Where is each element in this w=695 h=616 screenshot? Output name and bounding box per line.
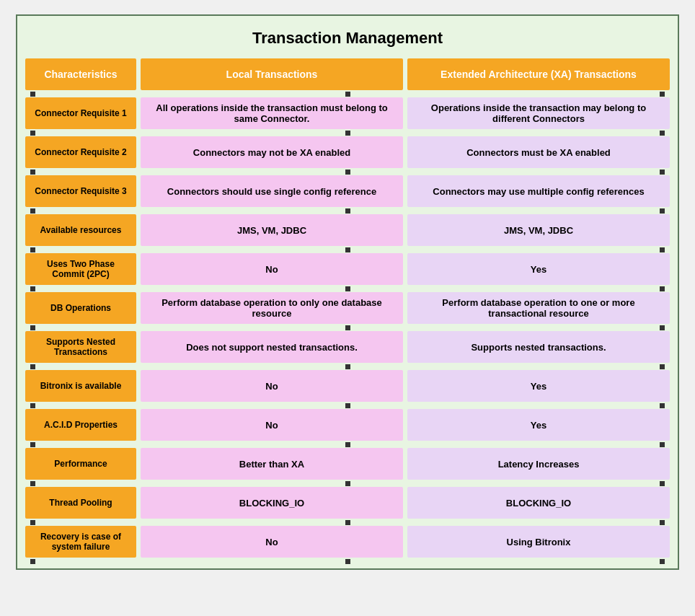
local-3: JMS, VM, JDBC bbox=[141, 214, 403, 246]
char-11: Recovery is case of system failure bbox=[25, 526, 136, 558]
divider-2 bbox=[23, 170, 672, 173]
header-local: Local Transactions bbox=[141, 58, 403, 90]
dot bbox=[660, 325, 665, 330]
dot bbox=[345, 559, 350, 564]
dot bbox=[345, 442, 350, 447]
divider-10 bbox=[23, 482, 672, 485]
char-1: Connector Requisite 2 bbox=[25, 136, 136, 168]
header-xa: Extended Architecture (XA) Transactions bbox=[407, 58, 670, 90]
local-8: No bbox=[141, 409, 403, 441]
dot bbox=[660, 208, 665, 214]
char-4: Uses Two Phase Commit (2PC) bbox=[25, 253, 136, 285]
dot bbox=[660, 403, 665, 408]
xa-4: Yes bbox=[407, 253, 670, 285]
divider-0 bbox=[23, 92, 672, 95]
divider-11 bbox=[23, 521, 672, 524]
dot bbox=[660, 286, 665, 291]
dot bbox=[345, 286, 350, 291]
local-2: Connectors should use single config refe… bbox=[141, 175, 403, 207]
dot bbox=[660, 364, 665, 369]
dot bbox=[30, 442, 35, 447]
xa-10: BLOCKING_IO bbox=[407, 487, 670, 519]
local-10: BLOCKING_IO bbox=[141, 487, 403, 519]
char-3: Available resources bbox=[25, 214, 136, 246]
dot bbox=[660, 442, 665, 447]
local-6: Does not support nested transactions. bbox=[141, 331, 403, 363]
dot bbox=[30, 364, 35, 369]
dot bbox=[30, 170, 35, 175]
local-1: Connectors may not be XA enabled bbox=[141, 136, 403, 168]
dot bbox=[30, 481, 35, 486]
divider-5 bbox=[23, 287, 672, 290]
dot bbox=[345, 92, 350, 97]
dot bbox=[345, 520, 350, 525]
dot bbox=[30, 92, 35, 97]
dot bbox=[660, 131, 665, 136]
divider-1 bbox=[23, 131, 672, 134]
divider-6 bbox=[23, 326, 672, 329]
dot bbox=[30, 520, 35, 525]
dot bbox=[345, 481, 350, 486]
local-0: All operations inside the transaction mu… bbox=[141, 97, 403, 129]
dot bbox=[30, 247, 35, 252]
xa-6: Supports nested transactions. bbox=[407, 331, 670, 363]
dot bbox=[30, 286, 35, 291]
dot bbox=[30, 131, 35, 136]
xa-9: Latency Increases bbox=[407, 448, 670, 480]
xa-5: Perform database operation to one or mor… bbox=[407, 292, 670, 324]
divider-12 bbox=[23, 560, 672, 563]
dot bbox=[345, 325, 350, 330]
local-5: Perform database operation to only one d… bbox=[141, 292, 403, 324]
xa-0: Operations inside the transaction may be… bbox=[407, 97, 670, 129]
char-5: DB Operations bbox=[25, 292, 136, 324]
divider-3 bbox=[23, 209, 672, 212]
divider-8 bbox=[23, 404, 672, 407]
transaction-management-table: Transaction Management Characteristics L… bbox=[16, 14, 679, 570]
table-title: Transaction Management bbox=[23, 22, 672, 56]
xa-8: Yes bbox=[407, 409, 670, 441]
dot bbox=[30, 403, 35, 408]
dot bbox=[345, 131, 350, 136]
divider-9 bbox=[23, 443, 672, 446]
dot bbox=[345, 170, 350, 175]
local-11: No bbox=[141, 526, 403, 558]
dot bbox=[345, 208, 350, 214]
dot bbox=[345, 403, 350, 408]
dot bbox=[345, 247, 350, 252]
xa-1: Connectors must be XA enabled bbox=[407, 136, 670, 168]
char-6: Supports Nested Transactions bbox=[25, 331, 136, 363]
char-9: Performance bbox=[25, 448, 136, 480]
table-grid: Characteristics Local Transactions Exten… bbox=[23, 56, 672, 563]
char-10: Thread Pooling bbox=[25, 487, 136, 519]
xa-2: Connectors may use multiple config refer… bbox=[407, 175, 670, 207]
char-2: Connector Requisite 3 bbox=[25, 175, 136, 207]
dot bbox=[30, 325, 35, 330]
dot bbox=[30, 208, 35, 214]
char-8: A.C.I.D Properties bbox=[25, 409, 136, 441]
char-7: Bitronix is available bbox=[25, 370, 136, 402]
divider-4 bbox=[23, 248, 672, 251]
dot bbox=[660, 247, 665, 252]
dot bbox=[660, 92, 665, 97]
dot bbox=[345, 364, 350, 369]
divider-7 bbox=[23, 365, 672, 368]
local-9: Better than XA bbox=[141, 448, 403, 480]
dot bbox=[660, 520, 665, 525]
local-4: No bbox=[141, 253, 403, 285]
xa-3: JMS, VM, JDBC bbox=[407, 214, 670, 246]
xa-7: Yes bbox=[407, 370, 670, 402]
dot bbox=[30, 559, 35, 564]
dot bbox=[660, 170, 665, 175]
dot bbox=[660, 559, 665, 564]
xa-11: Using Bitronix bbox=[407, 526, 670, 558]
dot bbox=[660, 481, 665, 486]
local-7: No bbox=[141, 370, 403, 402]
char-0: Connector Requisite 1 bbox=[25, 97, 136, 129]
header-characteristics: Characteristics bbox=[25, 58, 136, 90]
